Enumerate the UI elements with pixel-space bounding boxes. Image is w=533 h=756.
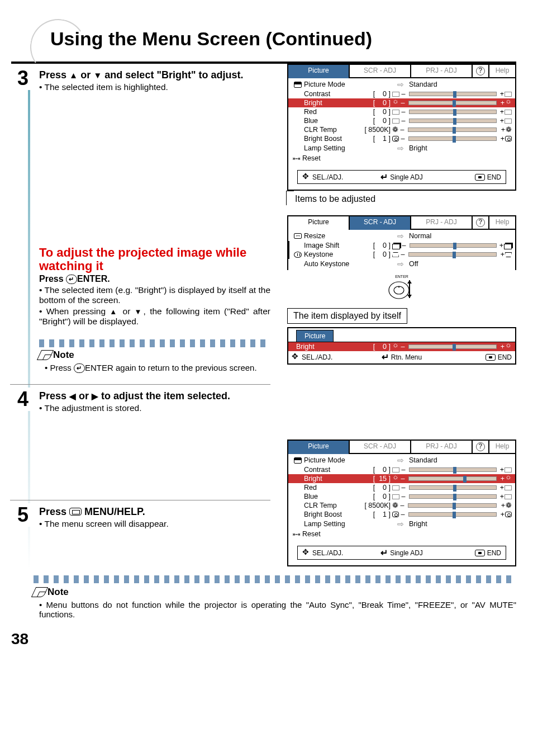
press-enter-line: Press ↵ENTER. [39, 274, 270, 284]
row-clr-temp[interactable]: CLR Temp[ 8500K] – + [292, 501, 512, 510]
single-legend: SEL./ADJ. Rtn. Menu END [292, 351, 512, 363]
osd-legend: SEL./ADJ. Single ADJ END [297, 546, 506, 560]
note2-body: • Menu buttons do not function while the… [34, 600, 516, 619]
row-reset[interactable]: Reset [292, 529, 512, 542]
tab-prj-adj[interactable]: PRJ - ADJ [410, 441, 472, 454]
row-image-shift[interactable]: Image Shift[ 0 ] – + [288, 241, 512, 250]
clr-slider[interactable] [408, 127, 497, 132]
row-red[interactable]: Red[ 0 ] – + [292, 107, 512, 116]
step-3: 3 Press or and select "Bright" to adjust… [39, 64, 270, 95]
shift-slider[interactable] [410, 243, 497, 248]
enter-icon: ↵ [74, 363, 85, 373]
tab-help-icon[interactable]: ? [472, 441, 488, 454]
red-slider[interactable] [409, 110, 497, 114]
row-lamp[interactable]: Lamp Setting ⇨ Bright [292, 143, 512, 153]
row-auto-keystone[interactable]: Auto Keystone ⇨ Off [292, 259, 512, 269]
row-contrast[interactable]: Contrast[ 0 ] – + [292, 89, 512, 98]
enter-icon: ↵ [66, 275, 77, 284]
step-4: 4 Press or to adjust the item selected. … [10, 384, 270, 416]
down-arrow-icon [135, 306, 144, 316]
row-bright-selected[interactable]: Bright[ 0 ] – + [288, 98, 515, 107]
note-icon [37, 350, 54, 360]
blue-minus-icon [392, 119, 399, 124]
boost-slider[interactable] [408, 136, 497, 141]
right-arrow-icon [92, 390, 98, 401]
note-icon [31, 587, 48, 597]
row-bright-single[interactable]: Bright[ 0 ] – + [288, 342, 515, 351]
row-bright-15[interactable]: Bright[ 15 ] – + [288, 474, 515, 483]
osd-panel-single: Picture Bright[ 0 ] – + SEL./ADJ. Rtn. M… [287, 327, 516, 365]
tab-picture[interactable]: Picture [288, 441, 349, 454]
down-arrow-icon [93, 69, 102, 81]
step-gutter [11, 64, 39, 570]
row-picture-mode[interactable]: Picture Mode ⇨Standard [292, 455, 512, 465]
end-icon [475, 174, 485, 181]
brightness-plus-icon [505, 100, 512, 106]
row-clr-temp[interactable]: CLR Temp[ 8500K] – + [292, 125, 512, 134]
step3-title: Press or and select "Bright" to adjust. [39, 69, 270, 81]
brightness-minus-icon [392, 100, 399, 106]
tab-picture[interactable]: Picture [288, 65, 349, 78]
tab-prj-adj[interactable]: PRJ - ADJ [410, 65, 472, 78]
blue-plus-icon [505, 119, 512, 124]
adjust-section: To adjust the projected image while watc… [39, 240, 270, 329]
keystone-icon [294, 252, 302, 258]
step4-title: Press or to adjust the item selected. [39, 390, 270, 402]
tab-prj-adj[interactable]: PRJ - ADJ [410, 216, 472, 230]
caption-single-item: The item displayed by itself [287, 308, 407, 324]
row-red[interactable]: Red[ 0 ] – + [292, 483, 512, 492]
row-picture-mode[interactable]: Picture Mode ⇨ Standard [292, 79, 512, 89]
bright-slider-single[interactable] [408, 344, 497, 349]
row-keystone[interactable]: Keystone [ 0 ] – + [288, 250, 512, 259]
tab-help-icon[interactable]: ? [472, 65, 488, 78]
page-header: Using the Menu Screen (Continued) [11, 11, 516, 62]
tab-picture[interactable]: Picture [288, 216, 349, 230]
text-column: 3 Press or and select "Bright" to adjust… [39, 64, 276, 570]
question-icon: ? [476, 67, 485, 75]
page-title: Using the Menu Screen (Continued) [50, 11, 516, 50]
shift-minus-icon [392, 243, 400, 248]
tab-help-icon[interactable]: ? [472, 216, 488, 230]
row-blue[interactable]: Blue[ 0 ] – + [292, 492, 512, 501]
row-blue[interactable]: Blue[ 0 ] – + [292, 116, 512, 125]
up-arrow-icon [69, 69, 78, 81]
temp-minus-icon [392, 126, 398, 134]
svg-point-2 [394, 286, 404, 294]
tab-scr-adj[interactable]: SCR - ADJ [349, 216, 410, 230]
blue-slider[interactable] [409, 119, 497, 123]
row-reset[interactable]: Reset [292, 153, 512, 167]
tab-scr-adj[interactable]: SCR - ADJ [349, 441, 410, 454]
osd-panel-picture-2: Picture SCR - ADJ PRJ - ADJ ? Help Pictu… [287, 440, 516, 566]
menu-icon [69, 508, 82, 516]
key-plus-icon [505, 252, 512, 257]
bright-slider[interactable] [408, 101, 497, 105]
tab-scr-adj[interactable]: SCR - ADJ [349, 65, 410, 78]
svg-text:ENTER: ENTER [395, 275, 408, 278]
boost-plus-icon [505, 136, 512, 141]
boost-minus-icon [392, 136, 399, 141]
left-arrow-icon [69, 390, 76, 401]
row-lamp[interactable]: Lamp Setting ⇨Bright [292, 519, 512, 529]
red-plus-icon [505, 110, 512, 115]
brightness-minus-icon [392, 343, 399, 350]
key-minus-icon [392, 252, 399, 257]
tab-help[interactable]: Help [488, 216, 515, 230]
reset-icon [293, 154, 300, 162]
contrast-slider[interactable] [409, 92, 497, 96]
key-slider[interactable] [408, 252, 497, 257]
row-bright-boost[interactable]: Bright Boost[ 1 ] – + [292, 510, 512, 519]
chevron-right-icon: ⇨ [397, 80, 404, 89]
row-bright-boost[interactable]: Bright Boost[ 1 ] – + [292, 134, 512, 143]
tab-help[interactable]: Help [488, 65, 515, 78]
step5-bullet: • The menu screen will disappear. [39, 519, 270, 529]
nav-icon [302, 173, 310, 181]
adjust-bullet-1: • The selected item (e.g. "Bright") is d… [39, 285, 270, 305]
tab-help[interactable]: Help [488, 441, 515, 454]
row-contrast[interactable]: Contrast[ 0 ] – + [292, 465, 512, 474]
dotted-divider-full [34, 575, 516, 583]
brightness-plus-icon [505, 343, 512, 350]
row-resize[interactable]: Resize ⇨ Normal [292, 231, 512, 241]
step-number-3: 3 [11, 67, 35, 90]
contrast-plus-icon [505, 92, 512, 97]
step-5: 5 Press MENU/HELP. • The menu screen wil… [10, 500, 270, 532]
